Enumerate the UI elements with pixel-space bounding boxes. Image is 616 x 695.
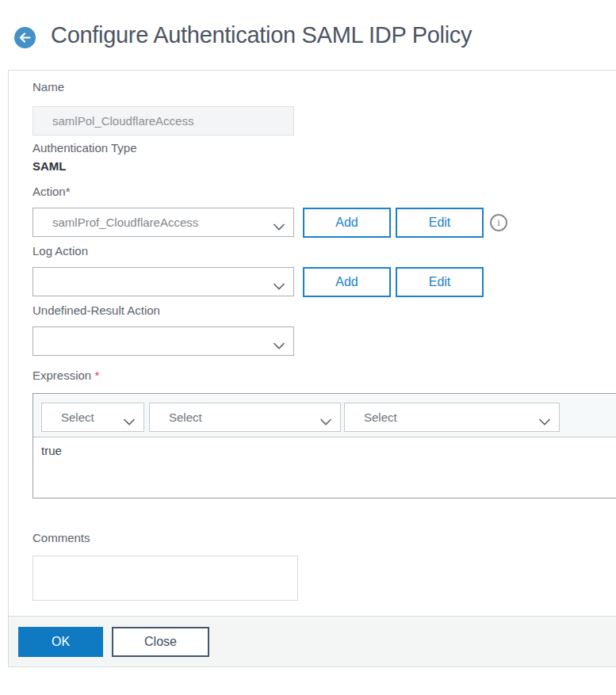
info-icon[interactable]: i [490,214,507,231]
authentication-type-value: SAML [33,159,67,173]
chevron-down-icon [273,338,285,352]
chevron-down-icon [319,414,332,428]
action-select[interactable]: samlProf_CloudflareAccess [33,208,294,237]
action-edit-button[interactable]: Edit [396,208,484,238]
expression-toolbar: Select Select Select [33,394,616,437]
back-button[interactable] [14,27,36,48]
form-footer: OK Close [9,616,616,666]
expression-label: Expression * [33,369,99,382]
log-action-select[interactable] [33,267,294,296]
action-select-value: samlProf_CloudflareAccess [52,216,198,229]
config-form-panel: Name Authentication Type SAML Action* sa… [8,70,616,667]
comments-label: Comments [33,531,90,544]
comments-input[interactable] [33,556,298,601]
expression-select-3[interactable]: Select [344,403,560,432]
log-action-edit-button[interactable]: Edit [396,267,484,297]
expression-select-2[interactable]: Select [149,403,341,432]
chevron-down-icon [123,414,136,428]
log-action-add-button[interactable]: Add [303,267,391,297]
authentication-type-label: Authentication Type [33,141,136,155]
arrow-left-icon [19,32,31,43]
log-action-label: Log Action [33,244,88,258]
name-input [33,106,294,136]
chevron-down-icon [273,220,285,233]
close-button[interactable]: Close [112,627,209,657]
page-header: Configure Authentication SAML IDP Policy [0,0,616,70]
expression-select-1[interactable]: Select [41,403,144,432]
chevron-down-icon [538,414,551,428]
page-title: Configure Authentication SAML IDP Policy [51,22,472,48]
required-asterisk: * [94,369,99,382]
undefined-result-action-select[interactable] [33,326,294,356]
ok-button[interactable]: OK [18,627,103,657]
expression-builder: Select Select Select true [33,393,616,498]
action-label: Action* [33,185,71,198]
chevron-down-icon [273,279,285,292]
name-label: Name [33,80,64,94]
expression-input[interactable]: true [33,437,616,498]
undefined-result-action-label: Undefined-Result Action [33,304,160,317]
action-add-button[interactable]: Add [303,208,391,238]
